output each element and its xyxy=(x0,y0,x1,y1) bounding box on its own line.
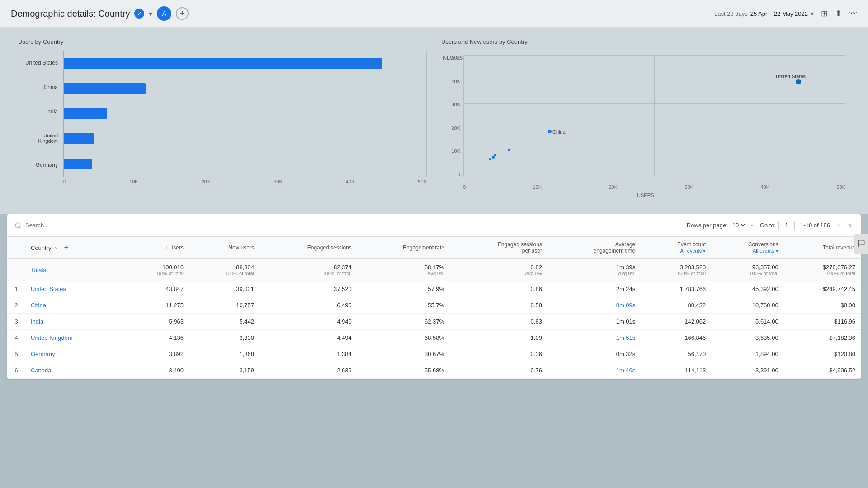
x-label-2: 20K xyxy=(609,184,618,190)
totals-row: Totals 100,016 100% of total 88,304 100%… xyxy=(7,259,861,281)
rows-per-page: Rows per page: 10 25 50 xyxy=(687,221,755,229)
scatter-point-germany xyxy=(492,156,495,159)
search-controls: Rows per page: 10 25 50 Go to: 1-10 of 1… xyxy=(687,220,854,231)
row-num-3: 4 xyxy=(7,330,25,346)
row-new-users-0: 39,031 xyxy=(189,281,259,297)
bar-chart-title: Users by Country xyxy=(18,38,427,45)
header: Demographic details: Country ✓ ▾ A + Las… xyxy=(0,0,868,28)
row-users-2: 5,963 xyxy=(118,314,189,330)
row-revenue-0: $249,742.45 xyxy=(784,281,861,297)
row-users-0: 43,847 xyxy=(118,281,189,297)
x-label-3: 30K xyxy=(684,184,693,190)
header-left: Demographic details: Country ✓ ▾ A + xyxy=(11,6,189,21)
event-count-all-events[interactable]: All events ▾ xyxy=(680,248,706,253)
row-engaged-sessions-3: 4,494 xyxy=(259,330,357,346)
th-users[interactable]: ↓ Users xyxy=(118,237,189,259)
bar-row-3 xyxy=(64,126,427,151)
next-page-button[interactable]: › xyxy=(847,220,854,231)
row-event-count-4: 56,170 xyxy=(641,346,711,362)
row-event-count-2: 142,062 xyxy=(641,314,711,330)
row-country-5[interactable]: Canada xyxy=(25,362,118,379)
rows-per-page-select[interactable]: 10 25 50 xyxy=(731,221,746,229)
row-engaged-sessions-1: 6,496 xyxy=(259,297,357,314)
totals-revenue-value: $270,076.27 xyxy=(823,264,855,271)
totals-engaged-per-user-value: 0.82 xyxy=(531,264,542,271)
th-total-revenue[interactable]: Total revenue xyxy=(784,237,861,259)
row-event-count-1: 80,432 xyxy=(641,297,711,314)
row-conversions-1: 10,760.00 xyxy=(711,297,783,314)
search-input[interactable] xyxy=(25,222,161,229)
th-event-count[interactable]: Event countAll events ▾ xyxy=(641,237,711,259)
row-country-4[interactable]: Germany xyxy=(25,346,118,362)
row-conversions-0: 45,392.00 xyxy=(711,281,783,297)
totals-new-users: 88,304 100% of total xyxy=(189,259,259,281)
row-avg-engagement-0: 2m 24s xyxy=(547,281,641,297)
th-engaged-sessions[interactable]: Engaged sessions xyxy=(259,237,357,259)
table-header-row: Country + ↓ Users New users Engaged sess… xyxy=(7,237,861,259)
totals-avg-engagement-value: 1m 39s xyxy=(616,264,636,271)
chat-bubble-icon xyxy=(857,239,861,248)
row-num-0: 1 xyxy=(7,281,25,297)
table-row: 4 United Kingdom 4,136 3,330 4,494 68.58… xyxy=(7,330,861,346)
prev-page-button[interactable]: ‹ xyxy=(835,220,842,231)
chat-icon[interactable] xyxy=(854,234,861,254)
row-engaged-per-user-4: 0.36 xyxy=(450,346,547,362)
goto-input[interactable] xyxy=(778,221,795,230)
row-users-4: 3,892 xyxy=(118,346,189,362)
conversions-all-events[interactable]: All events ▾ xyxy=(753,248,778,253)
row-conversions-2: 5,614.00 xyxy=(711,314,783,330)
date-dropdown-icon[interactable]: ▾ xyxy=(811,10,814,17)
row-num-2: 3 xyxy=(7,314,25,330)
title-dropdown-icon[interactable]: ▾ xyxy=(149,9,152,18)
totals-engaged-per-user: 0.82 Avg 0% xyxy=(450,259,547,281)
x-label-4: 40K xyxy=(760,184,769,190)
bar-fill-0 xyxy=(64,58,382,69)
data-table: Country + ↓ Users New users Engaged sess… xyxy=(7,237,861,379)
bar-row-1 xyxy=(64,76,427,101)
row-engaged-sessions-0: 37,520 xyxy=(259,281,357,297)
x-label-2: 20K xyxy=(202,179,211,184)
charts-section: Users by Country United States China Ind… xyxy=(0,28,868,214)
row-num-1: 2 xyxy=(7,297,25,314)
avatar[interactable]: A xyxy=(157,6,171,21)
add-column-button[interactable]: + xyxy=(64,243,69,253)
table-row: 6 Canada 3,490 3,159 2,636 55.68% 0.76 1… xyxy=(7,362,861,379)
totals-empty xyxy=(7,259,25,281)
th-engagement-rate[interactable]: Engagement rate xyxy=(357,237,450,259)
row-revenue-2: $116.96 xyxy=(784,314,861,330)
scatter-point-us xyxy=(796,79,801,84)
th-avg-engagement[interactable]: Averageengagement time xyxy=(547,237,641,259)
totals-avg-engagement: 1m 39s Avg 0% xyxy=(547,259,641,281)
edit-icon[interactable]: ⊞ xyxy=(821,9,828,19)
scatter-label-china: China xyxy=(552,129,566,135)
row-users-5: 3,490 xyxy=(118,362,189,379)
row-country-3[interactable]: United Kingdom xyxy=(25,330,118,346)
search-wrapper xyxy=(14,222,161,229)
share-icon[interactable]: ⬆ xyxy=(835,9,842,19)
rows-dropdown-icon xyxy=(749,223,755,228)
scatter-label-us: United States xyxy=(776,74,806,79)
row-country-2[interactable]: India xyxy=(25,314,118,330)
row-country-1[interactable]: China xyxy=(25,297,118,314)
trend-icon[interactable]: 〰 xyxy=(849,9,857,19)
th-new-users[interactable]: New users xyxy=(189,237,259,259)
th-engaged-per-user[interactable]: Engaged sessionsper user xyxy=(450,237,547,259)
pagination-info: 1-10 of 186 xyxy=(800,222,830,229)
row-country-0[interactable]: United States xyxy=(25,281,118,297)
x-label-0: 0 xyxy=(63,179,66,184)
bar-fill-1 xyxy=(64,83,146,94)
totals-engaged-sessions-sub: 100% of total xyxy=(265,271,352,276)
totals-engagement-rate-value: 58.17% xyxy=(425,264,444,271)
totals-engaged-sessions: 82,374 100% of total xyxy=(259,259,357,281)
y-label-2: 30K xyxy=(441,102,460,107)
add-button[interactable]: + xyxy=(176,7,189,20)
scatter-plot-area: United States China xyxy=(463,55,845,177)
row-conversions-3: 3,635.00 xyxy=(711,330,783,346)
table-section: Rows per page: 10 25 50 Go to: 1-10 of 1… xyxy=(7,214,861,379)
row-engagement-rate-1: 55.7% xyxy=(357,297,450,314)
country-filter[interactable]: Country xyxy=(31,244,59,251)
th-conversions[interactable]: ConversionsAll events ▾ xyxy=(711,237,783,259)
x-label-5: 50K xyxy=(418,179,427,184)
row-event-count-0: 1,783,766 xyxy=(641,281,711,297)
scatter-chart-container: Users and New users by Country 50K 40K 3… xyxy=(434,35,857,207)
